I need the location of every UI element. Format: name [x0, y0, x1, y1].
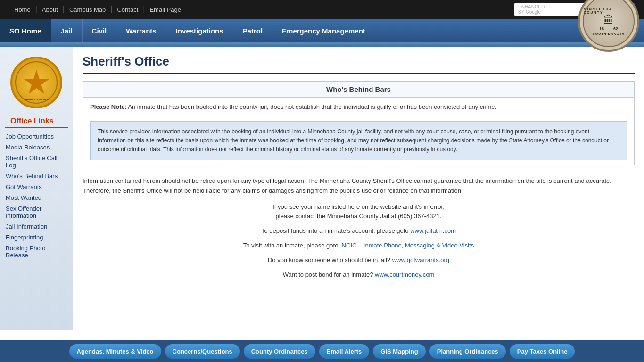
campus-map-link[interactable]: Campus Map [65, 6, 110, 13]
wbb-heading: Who's Behind Bars [83, 82, 634, 98]
nav-civil[interactable]: Civil [83, 19, 117, 42]
deposit-line: To deposit funds into an inmate's accoun… [83, 224, 635, 239]
footer-county-ordinances[interactable]: County Ordinances [244, 344, 315, 359]
footer-email-alerts[interactable]: Email Alerts [319, 344, 370, 359]
seal-years: 18 62 [599, 26, 618, 31]
badge-text: SHERIFF'S OFFICE [24, 98, 49, 101]
bond-text: Want to post bond for an inmate? [283, 271, 375, 278]
footer-planning-ordinances[interactable]: Planning Ordinances [429, 344, 506, 359]
sidebar-got-warrants[interactable]: Got Warrants [0, 181, 73, 192]
page-title: Sheriff's Office [83, 54, 635, 74]
deposit-text: To deposit funds into an inmate's accoun… [261, 227, 410, 234]
footer-agendas[interactable]: Agendas, Minutes & Video [69, 344, 161, 359]
warrant-text: Do you know someone who should be in jai… [268, 256, 392, 263]
visit-link[interactable]: NCIC – Inmate Phone, Messaging & Video V… [342, 242, 474, 249]
disclaimer-box: This service provides information associ… [90, 121, 627, 161]
top-bar: Home | About | Campus Map | Contact | Em… [0, 0, 644, 19]
sidebar-media-releases[interactable]: Media Releases [0, 142, 73, 153]
content-area: Sheriff's Office Who's Behind Bars Pleas… [73, 47, 644, 330]
footer-pay-taxes[interactable]: Pay Taxes Online [510, 344, 575, 359]
seal-building-icon: 🏛 [603, 14, 614, 26]
warrant-line: Do you know someone who should be in jai… [83, 253, 635, 268]
error-line1: If you see your name listed here on the … [272, 203, 445, 210]
warrant-link[interactable]: www.gotwarrants.org [392, 256, 449, 263]
google-label: ENHANCED BY Google [518, 4, 551, 15]
nav-warrants[interactable]: Warrants [116, 19, 166, 42]
nav-jail[interactable]: Jail [51, 19, 83, 42]
sidebar: ★ SHERIFF'S OFFICE Office Links Job Oppo… [0, 47, 73, 330]
bond-line: Want to post bond for an inmate? www.cou… [83, 268, 635, 282]
contact-link[interactable]: Contact [112, 6, 143, 13]
footer-bar: Agendas, Minutes & Video Concerns/Questi… [0, 340, 644, 362]
seal-top-text: MINNEHAHA COUNTY [584, 8, 634, 14]
error-contact-line: If you see your name listed here on the … [83, 200, 635, 224]
star-icon: ★ [22, 66, 51, 99]
sidebar-call-log[interactable]: Sheriff's Office Call Log [0, 153, 73, 171]
about-link[interactable]: About [37, 6, 63, 13]
header-accent [0, 42, 644, 47]
nav-investigations[interactable]: Investigations [166, 19, 233, 42]
sheriff-badge: ★ SHERIFF'S OFFICE [10, 57, 62, 108]
main-content: ★ SHERIFF'S OFFICE Office Links Job Oppo… [0, 47, 644, 330]
home-link[interactable]: Home [9, 6, 35, 13]
nav-patrol[interactable]: Patrol [233, 19, 273, 42]
deposit-link[interactable]: www.jailatm.com [410, 227, 456, 234]
footer-gis-mapping[interactable]: GIS Mapping [373, 344, 425, 359]
email-page-link[interactable]: Email Page [145, 6, 185, 13]
sheriff-badge-logo: ★ SHERIFF'S OFFICE [0, 52, 73, 113]
sidebar-most-wanted[interactable]: Most Wanted [0, 192, 73, 203]
office-links-title: Office Links [5, 113, 68, 128]
whos-behind-bars-section: Who's Behind Bars Please Note: An inmate… [83, 81, 635, 165]
sidebar-whos-behind-bars[interactable]: Who's Behind Bars [0, 171, 73, 181]
bond-link[interactable]: www.courtmoney.com [375, 271, 434, 278]
info-paragraph: Information contained herein should not … [83, 173, 635, 200]
visit-text: To visit with an inmate, please goto: [243, 242, 342, 249]
visit-line: To visit with an inmate, please goto: NC… [83, 239, 635, 253]
note-text: : An inmate that has been booked into th… [125, 103, 496, 110]
nav-so-home[interactable]: SO Home [0, 19, 51, 42]
wbb-note: Please Note: An inmate that has been boo… [83, 98, 634, 116]
county-seal: MINNEHAHA COUNTY 🏛 18 62 SOUTH DAKOTA [578, 0, 639, 52]
nav-emergency-management[interactable]: Emergency Management [272, 19, 375, 42]
error-line2: please contact the Minnehaha County Jail… [276, 213, 442, 220]
sidebar-fingerprinting[interactable]: Fingerprinting [0, 232, 73, 243]
footer-concerns[interactable]: Concerns/Questions [165, 344, 240, 359]
main-navigation: SO Home Jail Civil Warrants Investigatio… [0, 19, 644, 42]
note-label: Please Note [90, 103, 125, 110]
sidebar-booking-photo[interactable]: Booking Photo Release [0, 243, 73, 261]
sidebar-jail-info[interactable]: Jail Information [0, 221, 73, 232]
top-navigation: Home | About | Campus Map | Contact | Em… [9, 5, 186, 14]
seal-bottom-text: SOUTH DAKOTA [593, 32, 625, 35]
sidebar-job-opportunities[interactable]: Job Opportunities [0, 131, 73, 142]
sidebar-sex-offender[interactable]: Sex Offender Information [0, 203, 73, 221]
